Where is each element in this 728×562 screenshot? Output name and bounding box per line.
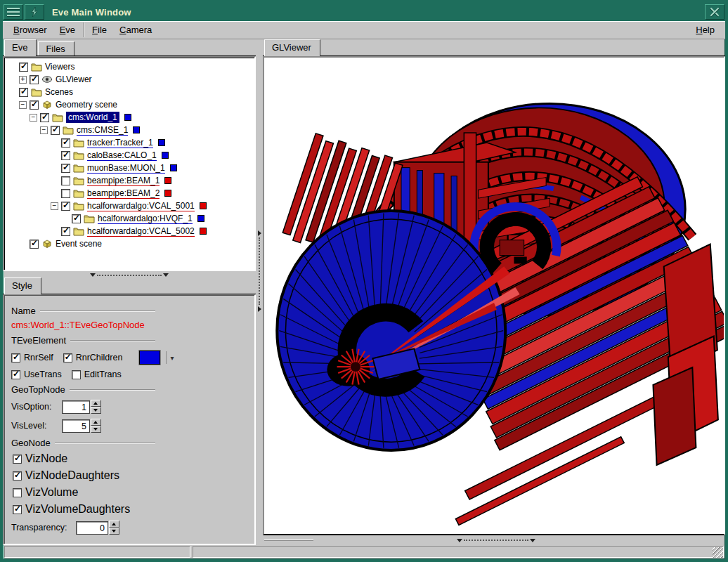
- tree-expander[interactable]: −: [51, 202, 58, 210]
- tree-row[interactable]: muonBase:MUON_1: [7, 162, 253, 174]
- tree-row[interactable]: hcalforwardalgo:HVQF_1: [7, 212, 253, 225]
- tree-expander[interactable]: +: [19, 76, 27, 84]
- tree-color-square[interactable]: [124, 114, 131, 121]
- splitter-collapse-arrow[interactable]: [163, 273, 169, 277]
- gl-splitter-arrow[interactable]: [457, 539, 462, 542]
- tree-item-label[interactable]: cms:CMSE_1: [77, 125, 128, 136]
- tree-item-label[interactable]: beampipe:BEAM_1: [87, 176, 160, 186]
- transparency-input[interactable]: 0: [76, 521, 108, 535]
- color-dropdown-arrow[interactable]: ▾: [166, 351, 174, 364]
- splitter-collapse-arrow[interactable]: [90, 273, 96, 277]
- tree-row[interactable]: − Geometry scene: [7, 98, 253, 111]
- tree-color-square[interactable]: [162, 152, 169, 159]
- gl-splitter-arrow[interactable]: [530, 539, 535, 542]
- tree-color-square[interactable]: [133, 126, 140, 133]
- tree-row[interactable]: − cms:CMSE_1: [7, 124, 253, 136]
- tree-color-square[interactable]: [164, 190, 171, 197]
- visoption-input[interactable]: 1: [62, 400, 90, 414]
- tree-row[interactable]: tracker:Tracker_1: [7, 136, 253, 149]
- tree-checkbox[interactable]: [61, 138, 70, 148]
- viznode-checkbox[interactable]: VizNode: [13, 452, 249, 465]
- vizvolumedaughters-checkbox-box[interactable]: [13, 505, 22, 514]
- tree-checkbox[interactable]: [61, 189, 70, 198]
- vizvolume-checkbox-box[interactable]: [13, 488, 22, 497]
- tab-files[interactable]: Files: [38, 41, 74, 55]
- vislevel-spinner[interactable]: [91, 419, 101, 433]
- tree-row[interactable]: beampipe:BEAM_1: [7, 174, 253, 187]
- tree-item-label[interactable]: hcalforwardalgo:HVQF_1: [98, 214, 193, 224]
- menu-eve[interactable]: Eve: [53, 22, 82, 37]
- tree-row[interactable]: beampipe:BEAM_2: [7, 187, 253, 200]
- tree-checkbox[interactable]: [19, 88, 28, 97]
- tree-item-label[interactable]: caloBase:CALO_1: [87, 150, 157, 161]
- tree-row[interactable]: caloBase:CALO_1: [7, 149, 253, 162]
- tree-checkbox[interactable]: [30, 100, 39, 110]
- tree-item-label[interactable]: GLViewer: [56, 74, 92, 84]
- tree-item-label[interactable]: muonBase:MUON_1: [87, 163, 165, 174]
- visoption-spinner[interactable]: [91, 400, 101, 414]
- edittrans-checkbox-box[interactable]: [72, 370, 81, 379]
- tree-checkbox[interactable]: [61, 151, 70, 160]
- usetrans-checkbox-box[interactable]: [11, 370, 20, 379]
- tree-expander[interactable]: −: [30, 114, 37, 122]
- tree-color-square[interactable]: [164, 177, 171, 184]
- tree-checkbox[interactable]: [30, 240, 39, 249]
- gl-viewport[interactable]: [263, 56, 725, 535]
- tree-item-label[interactable]: hcalforwardalgo:VCAL_5001: [87, 201, 195, 211]
- viznodedaughters-checkbox-box[interactable]: [13, 471, 22, 481]
- tree-checkbox[interactable]: [30, 75, 39, 84]
- window-menu-button[interactable]: [4, 4, 23, 20]
- tree-expander[interactable]: −: [40, 126, 48, 134]
- tree-item-label[interactable]: Event scene: [56, 239, 102, 249]
- vsplitter-collapse-arrow[interactable]: [258, 230, 261, 236]
- vislevel-input[interactable]: 5: [62, 419, 90, 433]
- tree-item-label[interactable]: tracker:Tracker_1: [87, 138, 153, 148]
- tree-checkbox[interactable]: [61, 227, 70, 236]
- tree-row[interactable]: − hcalforwardalgo:VCAL_5001: [7, 200, 253, 212]
- rnrchildren-checkbox[interactable]: RnrChildren: [63, 353, 123, 362]
- tree-checkbox[interactable]: [72, 214, 81, 223]
- tree-checkbox[interactable]: [19, 63, 28, 72]
- resize-grip[interactable]: [713, 547, 723, 558]
- tree-checkbox[interactable]: [61, 176, 70, 185]
- main-color-swatch[interactable]: [139, 351, 160, 365]
- tree-row[interactable]: + GLViewer: [7, 73, 253, 86]
- gl-splitter-handle[interactable]: [264, 540, 313, 541]
- tree-row[interactable]: − cms:World_1: [7, 111, 253, 124]
- vsplitter-collapse-arrow[interactable]: [258, 306, 261, 312]
- rnrself-checkbox[interactable]: RnrSelf: [11, 353, 53, 362]
- tree-color-square[interactable]: [200, 202, 207, 209]
- menu-browser[interactable]: Browser: [7, 22, 53, 37]
- tree-item-label[interactable]: Geometry scene: [56, 100, 117, 110]
- vizvolume-checkbox[interactable]: VizVolume: [13, 486, 249, 499]
- viznodedaughters-checkbox[interactable]: VizNodeDaughters: [13, 469, 249, 482]
- transparency-spinner[interactable]: [109, 521, 119, 535]
- tree-item-label[interactable]: Scenes: [45, 87, 73, 97]
- tree-item-label[interactable]: Viewers: [45, 62, 74, 72]
- menu-help[interactable]: Help: [689, 22, 721, 37]
- tree-checkbox[interactable]: [61, 164, 70, 173]
- tree-item-label[interactable]: cms:World_1: [66, 112, 119, 123]
- menu-camera[interactable]: Camera: [113, 22, 158, 37]
- tree-row[interactable]: Event scene: [7, 237, 253, 250]
- vertical-splitter[interactable]: [256, 39, 263, 545]
- tree-color-square[interactable]: [197, 215, 204, 222]
- tree-expander[interactable]: −: [19, 101, 27, 109]
- tab-eve[interactable]: Eve: [4, 39, 37, 56]
- tree-row[interactable]: hcalforwardalgo:VCAL_5002: [7, 225, 253, 237]
- menu-file[interactable]: File: [86, 22, 113, 37]
- usetrans-checkbox[interactable]: UseTrans: [11, 370, 62, 379]
- tree-checkbox[interactable]: [61, 202, 70, 211]
- gl-bottom-splitter[interactable]: [263, 535, 725, 545]
- tree-color-square[interactable]: [200, 228, 207, 235]
- close-button[interactable]: [705, 4, 724, 20]
- viznode-checkbox-box[interactable]: [13, 455, 22, 464]
- vizvolumedaughters-checkbox[interactable]: VizVolumeDaughters: [13, 503, 249, 516]
- tree-checkbox[interactable]: [51, 126, 60, 135]
- scene-tree[interactable]: Viewers + GLViewer Scenes − Geometry sce…: [3, 56, 256, 271]
- tree-row[interactable]: Viewers: [7, 60, 253, 73]
- tree-color-square[interactable]: [170, 164, 177, 171]
- tab-glviewer[interactable]: GLViewer: [264, 39, 320, 56]
- tree-item-label[interactable]: beampipe:BEAM_2: [87, 188, 160, 199]
- tree-item-label[interactable]: hcalforwardalgo:VCAL_5002: [87, 226, 195, 237]
